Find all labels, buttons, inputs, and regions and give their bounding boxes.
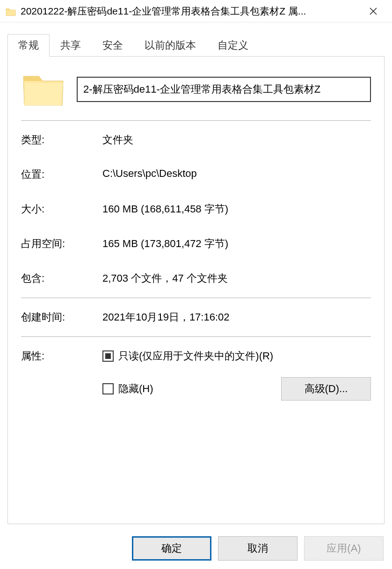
readonly-label: 只读(仅应用于文件夹中的文件)(R) [118, 349, 273, 363]
tab-general[interactable]: 常规 [7, 34, 50, 57]
row-created: 创建时间: 2021年10月19日，17:16:02 [21, 310, 371, 324]
apply-button: 应用(A) [304, 536, 384, 561]
row-location: 位置: C:\Users\pc\Desktop [21, 168, 371, 182]
titlebar: 20201222-解压密码de11-企业管理常用表格合集工具包素材Z 属... [0, 0, 392, 22]
hidden-row: 隐藏(H) [102, 382, 153, 396]
divider [21, 336, 371, 337]
folder-name-value: 2-解压密码de11-企业管理常用表格合集工具包素材Z [83, 82, 320, 96]
row-size: 大小: 160 MB (168,611,458 字节) [21, 202, 371, 216]
folder-large-icon [21, 71, 65, 108]
folder-icon [6, 7, 16, 15]
general-panel: 2-解压密码de11-企业管理常用表格合集工具包素材Z 类型: 文件夹 位置: … [7, 56, 385, 524]
value-size-on-disk: 165 MB (173,801,472 字节) [102, 237, 371, 251]
tab-previous-versions[interactable]: 以前的版本 [134, 34, 207, 57]
dialog-buttons: 确定 取消 应用(A) [132, 536, 384, 561]
divider [21, 120, 371, 121]
row-contains: 包含: 2,703 个文件，47 个文件夹 [21, 271, 371, 285]
value-created: 2021年10月19日，17:16:02 [102, 310, 371, 324]
label-created: 创建时间: [21, 310, 102, 324]
ok-button[interactable]: 确定 [132, 536, 211, 561]
advanced-button[interactable]: 高级(D)... [281, 377, 371, 401]
label-location: 位置: [21, 168, 102, 182]
tab-custom[interactable]: 自定义 [207, 34, 259, 57]
header-row: 2-解压密码de11-企业管理常用表格合集工具包素材Z [21, 71, 371, 108]
tab-sharing[interactable]: 共享 [50, 34, 92, 57]
value-size: 160 MB (168,611,458 字节) [102, 202, 371, 216]
row-size-on-disk: 占用空间: 165 MB (173,801,472 字节) [21, 237, 371, 251]
attributes-section: 属性: 只读(仅应用于文件夹中的文件)(R) 隐藏(H) 高级(D)... [21, 349, 371, 401]
readonly-row: 只读(仅应用于文件夹中的文件)(R) [102, 349, 371, 363]
label-contains: 包含: [21, 271, 102, 285]
readonly-checkbox[interactable] [102, 350, 114, 362]
value-location: C:\Users\pc\Desktop [102, 168, 371, 182]
close-button[interactable] [359, 2, 387, 21]
hidden-label: 隐藏(H) [118, 382, 153, 396]
value-type: 文件夹 [102, 133, 371, 147]
window-title: 20201222-解压密码de11-企业管理常用表格合集工具包素材Z 属... [21, 5, 359, 18]
cancel-button[interactable]: 取消 [218, 536, 298, 561]
row-type: 类型: 文件夹 [21, 133, 371, 147]
label-size-on-disk: 占用空间: [21, 237, 102, 251]
label-type: 类型: [21, 133, 102, 147]
divider [21, 298, 371, 298]
hidden-checkbox[interactable] [102, 383, 114, 394]
value-contains: 2,703 个文件，47 个文件夹 [102, 271, 371, 285]
tab-strip: 常规 共享 安全 以前的版本 自定义 [7, 34, 392, 56]
folder-name-input[interactable]: 2-解压密码de11-企业管理常用表格合集工具包素材Z [77, 77, 371, 102]
tab-security[interactable]: 安全 [92, 34, 134, 57]
label-attributes: 属性: [21, 349, 102, 401]
close-icon [369, 7, 377, 15]
label-size: 大小: [21, 202, 102, 216]
